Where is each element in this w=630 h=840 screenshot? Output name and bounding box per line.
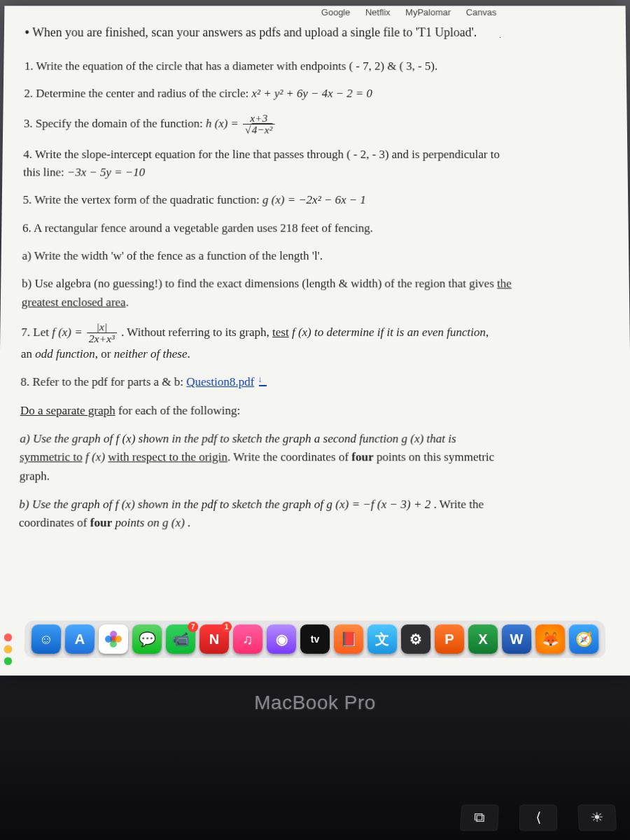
question-8: 8. Refer to the pdf for parts a & b: Que… bbox=[19, 373, 620, 533]
question-2: 2. Determine the center and radius of th… bbox=[24, 85, 614, 104]
dock-appstore-icon[interactable]: A bbox=[65, 624, 95, 654]
dock-books-icon[interactable]: 📕 bbox=[334, 624, 363, 654]
question-8a: a) Use the graph of f (x) shown in the p… bbox=[20, 430, 620, 486]
dock-firefox-icon[interactable]: 🦊 bbox=[536, 624, 566, 654]
dock-appletv-icon[interactable]: tv bbox=[300, 624, 330, 654]
question-8b: b) Use the graph of f (x) shown in the p… bbox=[19, 496, 620, 533]
dock-facetime-icon[interactable]: 📹 7 bbox=[166, 624, 195, 654]
dock-safari-icon[interactable]: 🧭 bbox=[569, 624, 599, 654]
question-4: 4. Write the slope-intercept equation fo… bbox=[23, 146, 615, 182]
question8-pdf-link[interactable]: Question8.pdf bbox=[186, 375, 254, 388]
dock-podcasts-icon[interactable]: ◉ bbox=[267, 624, 296, 654]
dock-netflix-icon[interactable]: N 1 bbox=[200, 624, 229, 654]
fraction: x+3 √4−x² bbox=[241, 113, 276, 136]
question-5: 5. Write the vertex form of the quadrati… bbox=[22, 191, 615, 209]
dock-word-icon[interactable]: W bbox=[502, 624, 532, 654]
dock-photos-icon[interactable] bbox=[99, 624, 129, 654]
bookmark-canvas[interactable]: Canvas bbox=[466, 6, 497, 20]
bookmarks-bar: Google Netflix MyPalomar Canvas bbox=[204, 6, 613, 20]
dock-excel-icon[interactable]: X bbox=[468, 624, 498, 654]
keyboard-fn-row: ⧉ ⟨ ☀ bbox=[460, 804, 617, 831]
download-icon[interactable] bbox=[258, 377, 266, 386]
window-traffic-lights bbox=[4, 634, 12, 665]
macos-dock: ☺ A 💬 📹 7 N 1 ♫ ◉ tv 📕 文 ⚙ P X W 🦊 🧭 bbox=[24, 620, 606, 658]
question-3: 3. Specify the domain of the function: h… bbox=[24, 113, 615, 136]
screenshot-key-icon[interactable]: ⧉ bbox=[460, 804, 499, 831]
dock-settings-icon[interactable]: ⚙ bbox=[401, 624, 430, 654]
browser-page: Google Netflix MyPalomar Canvas When you… bbox=[0, 6, 630, 676]
bookmark-mypalomar[interactable]: MyPalomar bbox=[405, 6, 451, 20]
back-key-icon[interactable]: ⟨ bbox=[519, 804, 558, 831]
fraction: |x| 2x+x³ bbox=[85, 321, 118, 345]
badge: 7 bbox=[188, 622, 198, 632]
question-6: 6. A rectangular fence around a vegetabl… bbox=[22, 219, 617, 312]
close-icon[interactable] bbox=[4, 634, 12, 641]
dock-messages-icon[interactable]: 💬 bbox=[132, 624, 162, 654]
bookmark-netflix[interactable]: Netflix bbox=[365, 6, 391, 20]
question-7: 7. Let f (x) = |x| 2x+x³ . Without refer… bbox=[21, 321, 617, 363]
dock-music-icon[interactable]: ♫ bbox=[233, 624, 262, 654]
question-6a: a) Write the width 'w' of the fence as a… bbox=[22, 247, 616, 265]
maximize-icon[interactable] bbox=[4, 657, 12, 665]
question-6b: b) Use algebra (no guessing!) to find th… bbox=[22, 275, 617, 312]
dock-translate-icon[interactable]: 文 bbox=[368, 624, 397, 654]
question-1: 1. Write the equation of the circle that… bbox=[24, 57, 614, 76]
macbook-pro-label: MacBook Pro bbox=[254, 692, 376, 714]
dock-powerpoint-icon[interactable]: P bbox=[435, 624, 464, 654]
minimize-icon[interactable] bbox=[4, 645, 12, 653]
badge: 1 bbox=[221, 622, 232, 632]
instructions-bullet: When you are finished, scan your answers… bbox=[24, 24, 613, 43]
brightness-key-icon[interactable]: ☀ bbox=[578, 804, 617, 831]
dock-finder-icon[interactable]: ☺ bbox=[31, 624, 62, 654]
bookmark-google[interactable]: Google bbox=[321, 6, 350, 20]
